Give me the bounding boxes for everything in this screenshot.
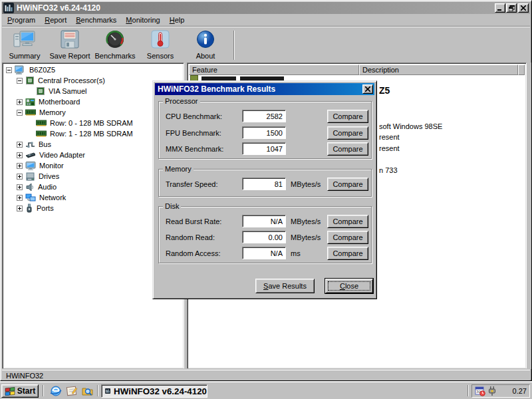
quick-launch-ie-button[interactable]	[50, 385, 62, 397]
collapse-expander[interactable]	[17, 110, 23, 116]
compare-fpu-button[interactable]: Compare	[327, 126, 368, 140]
menu-monitoring[interactable]: Monitoring	[121, 15, 164, 25]
random-read-field[interactable]	[242, 231, 286, 243]
transfer-speed-row: Transfer Speed: MBytes/s Compare	[159, 178, 371, 191]
cpu-benchmark-field[interactable]	[242, 110, 286, 122]
collapse-expander[interactable]	[6, 67, 12, 73]
tree-item-computer[interactable]: B6Z0Z5	[4, 65, 182, 75]
unit-label: ms	[291, 249, 301, 257]
expand-expander[interactable]	[17, 99, 23, 105]
window-right-margin	[527, 63, 531, 369]
tree-label: Audio	[38, 183, 57, 191]
benchmarks-toolbar-button[interactable]: Benchmarks	[92, 29, 138, 61]
status-bar: HWiNFO32	[2, 370, 530, 380]
tree-label: Motherboard	[39, 98, 80, 106]
hwinfo-task-button[interactable]: HWiNFO32 v6.24-4120	[101, 384, 207, 398]
compare-random-access-button[interactable]: Compare	[327, 247, 368, 260]
group-label: Disk	[163, 202, 181, 211]
taskbar-separator	[467, 385, 469, 396]
tree-label: Drives	[39, 172, 59, 180]
expand-expander[interactable]	[17, 163, 23, 169]
cpu-icon	[25, 76, 35, 85]
taskbar-separator	[97, 385, 98, 396]
summary-toolbar-button[interactable]: Summary	[2, 29, 47, 61]
field-label: CPU Benchmark:	[166, 112, 222, 120]
restore-button[interactable]	[506, 3, 517, 13]
save-report-toolbar-button[interactable]: Save Report	[47, 29, 92, 61]
cpu-icon	[36, 86, 45, 96]
dialog-title: HWiNFO32 Benchmark Results	[158, 84, 275, 94]
close-dialog-button[interactable]: Close	[325, 279, 373, 293]
monitor-icon	[25, 162, 36, 170]
title-bar: HWiNFO32 v6.24-4120	[2, 2, 530, 14]
menu-report[interactable]: Report	[40, 15, 71, 25]
memory-icon	[25, 108, 36, 116]
mmx-benchmark-field[interactable]	[242, 142, 286, 155]
field-label: FPU Benchmark:	[166, 129, 221, 137]
toolbar-label: Sensors	[147, 52, 174, 60]
fpu-benchmark-field[interactable]	[242, 126, 286, 139]
spare-column-header[interactable]	[518, 65, 525, 75]
scheduler-tray-icon[interactable]: 30	[475, 386, 485, 396]
dialog-title-bar: HWiNFO32 Benchmark Results	[155, 83, 374, 95]
field-label: MMX Benchmark:	[166, 145, 223, 153]
drives-icon	[25, 172, 35, 181]
info-icon	[196, 30, 215, 49]
sensors-toolbar-button[interactable]: Sensors	[138, 29, 183, 61]
expand-expander[interactable]	[17, 152, 23, 158]
compare-read-burst-button[interactable]: Compare	[327, 215, 368, 228]
expand-expander[interactable]	[17, 184, 23, 190]
internet-explorer-icon	[50, 385, 62, 397]
close-button[interactable]	[518, 3, 529, 13]
window-title: HWiNFO32 v6.24-4120	[17, 3, 494, 13]
compare-mmx-button[interactable]: Compare	[327, 142, 368, 156]
compare-memory-button[interactable]: Compare	[327, 178, 368, 191]
expand-expander[interactable]	[17, 195, 23, 201]
compare-random-read-button[interactable]: Compare	[327, 231, 368, 244]
about-toolbar-button[interactable]: About	[183, 29, 228, 61]
tree-label: Central Processor(s)	[38, 76, 105, 84]
toolbar-label: Benchmarks	[94, 52, 135, 60]
description-column-header[interactable]: Description	[359, 65, 518, 75]
menu-benchmarks[interactable]: Benchmarks	[71, 15, 121, 25]
menu-program[interactable]: Program	[3, 15, 40, 25]
random-access-field[interactable]	[242, 247, 286, 259]
save-results-button[interactable]: Save Results	[255, 279, 315, 293]
quick-launch-show-desktop-button[interactable]	[66, 385, 78, 397]
expand-expander[interactable]	[17, 205, 23, 211]
start-button[interactable]: Start	[1, 384, 39, 398]
tree-label: Bus	[39, 140, 51, 148]
expand-expander[interactable]	[17, 174, 23, 180]
toolbar-separator	[233, 31, 235, 60]
folder-search-icon	[82, 385, 94, 397]
toolbar-label: Save Report	[49, 52, 90, 60]
present-fragment: resent	[379, 133, 400, 141]
expand-expander[interactable]	[17, 142, 23, 148]
field-label: Transfer Speed:	[166, 180, 217, 188]
tray-sensor-value: 0.27	[513, 387, 527, 395]
audio-icon	[25, 183, 35, 192]
compare-cpu-button[interactable]: Compare	[327, 110, 368, 123]
minimize-button[interactable]	[495, 3, 505, 13]
collapse-expander[interactable]	[17, 78, 23, 84]
memory-icon	[36, 119, 47, 127]
unit-label: MBytes/s	[291, 180, 321, 188]
taskbar: Start HWiNFO32 v6.24-4120	[0, 382, 532, 399]
processor-group: Processor CPU Benchmark: Compare FPU Ben…	[158, 101, 372, 159]
bus-icon	[25, 140, 35, 149]
field-label: Random Read:	[166, 233, 215, 241]
read-burst-rate-field[interactable]	[242, 215, 286, 227]
transfer-speed-field[interactable]	[242, 178, 286, 190]
quick-launch-view-folder-button[interactable]	[82, 385, 94, 397]
menu-help[interactable]: Help	[165, 15, 190, 25]
tree-label: Video Adapter	[39, 151, 85, 159]
tree-label: B6Z0Z5	[29, 66, 55, 74]
dialog-close-button[interactable]	[362, 84, 373, 94]
feature-column-header[interactable]: Feature	[189, 65, 359, 75]
group-label: Processor	[163, 97, 200, 106]
status-text: HWiNFO32	[6, 372, 43, 380]
plug-tray-icon[interactable]	[487, 386, 497, 396]
toolbar: Summary Save Report Benchmarks	[2, 26, 530, 63]
windows-flag-icon	[5, 386, 15, 396]
show-desktop-icon	[66, 385, 78, 397]
